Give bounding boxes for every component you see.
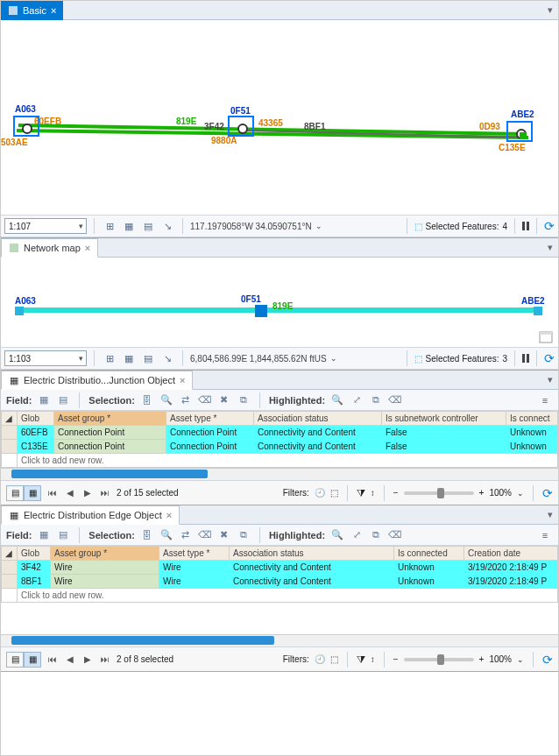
sort-icon[interactable]: ↕ (371, 654, 375, 664)
scroll-thumb[interactable] (11, 470, 208, 478)
select-by-attr-icon[interactable]: 🗄 (140, 528, 154, 542)
extent-filter-icon[interactable]: ⬚ (330, 654, 338, 664)
zoom-to-icon[interactable]: 🔍 (159, 393, 173, 407)
close-icon[interactable]: × (166, 510, 172, 520)
last-icon[interactable]: ⏭ (99, 487, 111, 499)
sort-icon[interactable]: ↕ (371, 488, 375, 498)
hl-clear-icon[interactable]: ⌫ (388, 393, 402, 407)
refresh-icon[interactable]: ⟳ (542, 486, 553, 500)
prev-icon[interactable]: ◀ (64, 487, 76, 499)
pane-menu-icon[interactable]: ▾ (548, 242, 558, 253)
hl-select-icon[interactable]: ⧉ (369, 393, 383, 407)
edge-grid[interactable]: ◢ Glob Asset group * Asset type * Associ… (1, 546, 558, 603)
col-asset-group[interactable]: Asset group * (54, 412, 166, 426)
delete-sel-icon[interactable]: ✖ (217, 393, 231, 407)
chevron-down-icon[interactable]: ⌄ (517, 655, 524, 664)
close-icon[interactable]: × (85, 243, 90, 253)
hamburger-icon[interactable]: ≡ (537, 530, 553, 541)
funnel-icon[interactable]: ⧩ (357, 654, 365, 666)
chevron-down-icon[interactable]: ⌄ (315, 222, 322, 230)
view-mode-toggle[interactable]: ▤ ▦ (6, 652, 41, 668)
clear-sel-icon[interactable]: ⌫ (198, 528, 212, 542)
calc-field-icon[interactable]: ▤ (56, 393, 70, 407)
close-icon[interactable]: × (180, 375, 185, 385)
add-row[interactable]: Click to add new row. (2, 454, 558, 468)
zoom-plus[interactable]: + (479, 488, 485, 498)
col-creation-date[interactable]: Creation date (464, 547, 558, 561)
hamburger-icon[interactable]: ≡ (537, 395, 553, 406)
extent-filter-icon[interactable]: ⬚ (330, 488, 338, 498)
copy-sel-icon[interactable]: ⧉ (237, 393, 251, 407)
selected-rows-icon[interactable]: ▦ (24, 652, 41, 668)
last-icon[interactable]: ⏭ (99, 654, 111, 666)
table-icon[interactable]: ▤ (140, 350, 156, 366)
col-is-connected[interactable]: Is connect (506, 412, 558, 426)
table-row[interactable]: 8BF1 Wire Wire Connectivity and Content … (2, 575, 558, 589)
scale-combo[interactable]: 1:103 (4, 350, 87, 366)
selection-icon[interactable]: ⬚ (414, 222, 422, 231)
pause-icon[interactable] (522, 354, 529, 363)
h-scrollbar[interactable] (1, 634, 558, 646)
hl-pan-icon[interactable]: ⤢ (350, 393, 364, 407)
col-glob[interactable]: Glob (18, 547, 51, 561)
clear-sel-icon[interactable]: ⌫ (198, 393, 212, 407)
next-icon[interactable]: ▶ (81, 654, 94, 666)
table-icon[interactable]: ▤ (140, 218, 156, 234)
delete-sel-icon[interactable]: ✖ (217, 528, 231, 542)
refresh-icon[interactable]: ⟳ (542, 653, 553, 667)
row-handle-header[interactable]: ◢ (2, 412, 18, 426)
connections-icon[interactable]: ↘ (159, 218, 175, 234)
grid-icon[interactable]: ▦ (121, 350, 137, 366)
pane-menu-icon[interactable]: ▾ (548, 4, 558, 16)
network-map-canvas[interactable]: A063 0F51 819E ABE2 (1, 258, 558, 347)
add-field-icon[interactable]: ▦ (37, 393, 51, 407)
col-asset-group[interactable]: Asset group * (51, 547, 159, 561)
tab-basic[interactable]: Basic × (1, 1, 63, 20)
row-handle-header[interactable]: ◢ (2, 547, 18, 561)
next-icon[interactable]: ▶ (81, 487, 94, 499)
add-field-icon[interactable]: ▦ (37, 528, 51, 542)
zoom-minus[interactable]: − (393, 488, 399, 498)
switch-sel-icon[interactable]: ⇄ (179, 528, 193, 542)
junction-grid[interactable]: ◢ Glob Asset group * Asset type * Associ… (1, 411, 558, 468)
connections-icon[interactable]: ↘ (159, 350, 175, 366)
basic-map-canvas[interactable]: A063 60EFB 503AE 819E 3F42 0F51 43365 98… (1, 20, 558, 215)
copy-sel-icon[interactable]: ⧉ (237, 528, 251, 542)
hl-zoom-icon[interactable]: 🔍 (330, 393, 344, 407)
hl-select-icon[interactable]: ⧉ (369, 528, 383, 542)
zoom-minus[interactable]: − (393, 654, 399, 664)
coords-display[interactable]: 117.1979058°W 34.0590751°N ⌄ (190, 222, 322, 231)
refresh-icon[interactable]: ⟳ (544, 219, 555, 233)
select-by-attr-icon[interactable]: 🗄 (140, 393, 154, 407)
view-mode-toggle[interactable]: ▤ ▦ (6, 485, 41, 501)
refresh-icon[interactable]: ⟳ (544, 351, 555, 365)
snap-icon[interactable]: ⊞ (102, 350, 117, 366)
col-assoc-status[interactable]: Association status (230, 547, 394, 561)
hl-pan-icon[interactable]: ⤢ (350, 528, 364, 542)
scale-combo[interactable]: 1:107 (4, 218, 87, 234)
col-is-connected[interactable]: Is connected (394, 547, 464, 561)
close-icon[interactable]: × (51, 5, 56, 16)
zoom-slider[interactable] (404, 491, 474, 495)
table-row[interactable]: C135E Connection Point Connection Point … (2, 440, 558, 454)
zoom-to-icon[interactable]: 🔍 (159, 528, 173, 542)
calc-field-icon[interactable]: ▤ (56, 528, 70, 542)
zoom-plus[interactable]: + (479, 654, 485, 664)
pane-menu-icon[interactable]: ▾ (548, 509, 558, 520)
col-glob[interactable]: Glob (18, 412, 54, 426)
first-icon[interactable]: ⏮ (46, 654, 59, 666)
time-filter-icon[interactable]: 🕘 (315, 488, 325, 498)
col-is-subnet[interactable]: Is subnetwork controller (382, 412, 506, 426)
snap-icon[interactable]: ⊞ (102, 218, 117, 234)
first-icon[interactable]: ⏮ (46, 487, 59, 499)
chevron-down-icon[interactable]: ⌄ (330, 354, 337, 363)
add-row[interactable]: Click to add new row. (2, 589, 558, 603)
zoom-slider[interactable] (404, 658, 474, 661)
prev-icon[interactable]: ◀ (64, 654, 76, 666)
switch-sel-icon[interactable]: ⇄ (179, 393, 193, 407)
h-scrollbar[interactable] (1, 468, 558, 480)
col-asset-type[interactable]: Asset type * (166, 412, 254, 426)
coords-display[interactable]: 6,804,586.99E 1,844,855.62N ftUS ⌄ (190, 354, 337, 364)
grid-icon[interactable]: ▦ (121, 218, 137, 234)
expand-icon[interactable] (539, 331, 553, 343)
